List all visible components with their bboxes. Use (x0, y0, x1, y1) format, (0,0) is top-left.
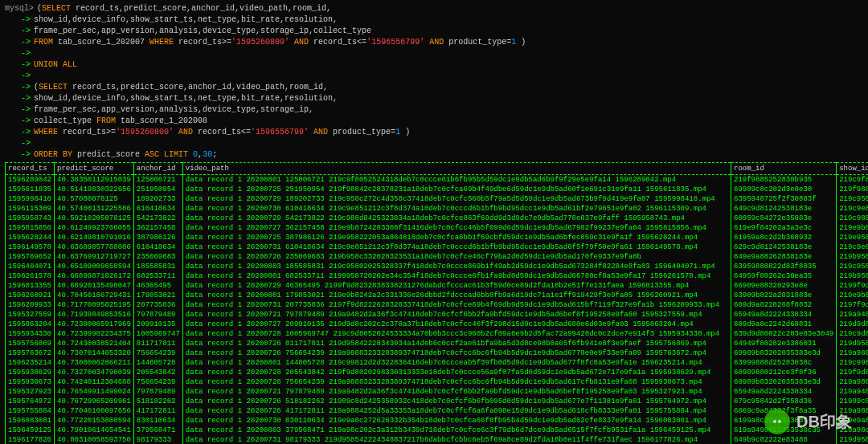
cell: 830110634 (133, 416, 182, 426)
cell: 40.73080062866211 (55, 358, 134, 368)
table-row: 159593433040.723999022343751005969747dat… (6, 329, 869, 339)
column-header-room_id: room_id (731, 163, 836, 175)
cell: 40.51419830322656 (55, 185, 134, 194)
cell: 1595763672 (6, 348, 55, 358)
cell: 1595815856 (6, 223, 55, 233)
cell: data record 1 20200726 518182262 21989c8… (182, 397, 731, 406)
query-line: -> (5, 48, 863, 59)
cell: 1596209933 (6, 300, 55, 310)
cell: 649c9d81242538183e (731, 204, 836, 214)
cell: data record 1 20200728 205543842 219f9d8… (182, 368, 731, 377)
cell: data record 1 20200730 830110634 219e9a8… (182, 416, 731, 426)
cell: data record 1 20200728 1005969747 219c9d… (182, 329, 731, 339)
cell: 40.74240112304688 (55, 377, 134, 387)
continuation-prompt: -> (5, 59, 31, 71)
table-row: 159561183540.51419830322656251950954data… (6, 185, 869, 194)
cell: 387986126 (133, 233, 182, 242)
cell: 40.73070144653320 (55, 348, 134, 358)
table-row: 159614957840.63689857788086610418634data… (6, 242, 869, 252)
cell: 1596083081 (6, 416, 55, 426)
cell: 1595930673 (6, 377, 55, 387)
cell: 682533711 (133, 271, 182, 281)
cell: 40.68920135498047 (55, 281, 134, 291)
cell: 219d958422 (837, 339, 868, 348)
cell: 40.72380065917969 (55, 320, 134, 329)
continuation-prompt: -> (5, 127, 31, 138)
wechat-icon (764, 409, 790, 434)
cell: 144805728 (133, 358, 182, 368)
column-header-video_path: video_path (182, 163, 731, 175)
table-row: 159617782640.8031005859375098179333data … (6, 435, 869, 444)
cell: 6395948725f2f30883f (731, 194, 836, 204)
cell: 64949f80282e3386031 (731, 339, 836, 348)
cell: 1595998416 (6, 194, 55, 204)
cell: data record 1 20200730 610418634 219c9e8… (182, 204, 731, 214)
cell: data record 1 20200729 189202733 219c958… (182, 194, 731, 204)
continuation-prompt: -> (5, 14, 31, 26)
cell: 609d9a8228268f8832 (731, 300, 836, 310)
cell: data record 1 20200731 98179333 219d9585… (182, 435, 731, 444)
cell: data record 1 20200801 179853021 219e9b8… (182, 291, 731, 300)
cell: 40.72430038521404 (55, 339, 134, 348)
cell: 1595756869 (6, 339, 55, 348)
table-row: 159575686940.72430038521404811717811data… (6, 339, 869, 348)
cell: 40.57080078125 (55, 194, 134, 204)
cell: data record 1 20200721 797879489 219a948… (182, 387, 731, 397)
cell: 417172811 (133, 406, 182, 416)
cell: 219b958770 (837, 271, 868, 281)
cell: 219f98842c (837, 185, 868, 194)
query-line: ->UNION ALL (5, 59, 863, 71)
cell: 639d9d80022c203e83e3049 (731, 329, 836, 339)
cell: 619e9f84202a3a3e3c (731, 223, 836, 233)
cell: 219c9d8052 (837, 329, 868, 339)
cell: 1596013355 (6, 281, 55, 291)
cell: 40.62149810791016 (55, 233, 134, 242)
cell: 98179333 (133, 435, 182, 444)
cell: 679c95842d2f358d36 (731, 397, 836, 406)
cell: 65949a8d2224338334 (731, 387, 836, 397)
query-line: ->ORDER BY predict_score ASC LIMIT 0,30; (5, 149, 863, 161)
cell: 40.77040100097656 (55, 406, 134, 416)
cell: 219e9b8242 (837, 291, 868, 300)
cell: 209910135 (133, 320, 182, 329)
column-header-predict_score: predict_score (55, 163, 134, 175)
cell: 542173822 (133, 214, 182, 223)
cell: 251950954 (133, 185, 182, 194)
cell: 219b958c33 (837, 252, 868, 262)
cell: data record 1 20200801 144805728 219c998… (182, 358, 731, 368)
cell: data record 1 20200726 756654239 219a988… (182, 348, 731, 358)
continuation-prompt: -> (5, 104, 31, 116)
cell: 649b9c82222e83488 (731, 435, 836, 444)
terminal-output: mysql>(SELECT record_ts,predict_score,an… (0, 0, 868, 444)
cell: 1595863204 (6, 320, 55, 329)
query-line: ->show_id,device_info,show_start_ts,net_… (5, 14, 863, 26)
cell: 1596261578 (6, 271, 55, 281)
cell: data record 1 20200801 125006721 219c9f8… (182, 175, 731, 185)
cell: 219a9482d2 (837, 310, 868, 320)
cell: 219c988d84 (837, 214, 868, 223)
cell: 1595958743 (6, 214, 55, 223)
cell: 63959880822d83f8835 (731, 262, 836, 271)
mysql-prompt: mysql> (5, 3, 34, 14)
continuation-prompt: -> (5, 93, 31, 104)
cell: 65949a8d2224338334 (731, 310, 836, 320)
continuation-prompt: -> (5, 82, 31, 93)
continuation-prompt: -> (5, 116, 31, 127)
table-row: 159586320440.72380065917969209910135data… (6, 320, 869, 329)
cell: 1595327923 (6, 387, 55, 397)
cell: 40.71770095825195 (55, 300, 134, 310)
cell: 40.80310058593750 (55, 435, 134, 444)
table-row: 159576965240.63769912719727235069683data… (6, 252, 869, 262)
cell: data record 1 20200726 417172811 219a988… (182, 406, 731, 416)
cell: 66909e88320293e8e (731, 281, 836, 291)
cell: 756654239 (133, 377, 182, 387)
cell: 1595769652 (6, 252, 55, 262)
cell: data record 1 20200729 46365495 2199f9d8… (182, 281, 731, 291)
cell: 60989880212ce3f8f36 (731, 368, 836, 377)
cell: 1596149578 (6, 242, 55, 252)
cell: 518182262 (133, 397, 182, 406)
cell: 756654239 (133, 348, 182, 358)
query-line: ->frame_per_sec,app_version,analysis,dev… (5, 104, 863, 116)
cell: 1595764972 (6, 397, 55, 406)
cell: 207735836 (133, 300, 182, 310)
